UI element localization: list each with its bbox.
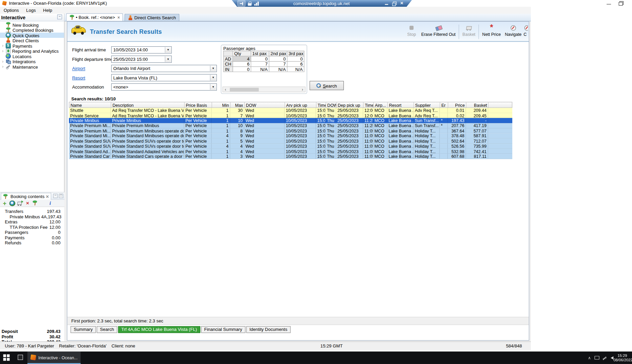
column-header-dep-pick-up[interactable]: Dep pick up (337, 102, 364, 107)
bottom-tab-trf-4a-6c-mco-lake-buena-vista-fl-[interactable]: Trf 4A,6C MCO Lake Buena Vista (FL) (118, 326, 200, 333)
table-row[interactable]: Private ServiceAd Req Transfer MCO - Lak… (69, 113, 512, 118)
booking-row[interactable]: Refunds0.00 (0, 240, 65, 245)
add-icon[interactable]: + (2, 200, 8, 206)
column-header-price-basis[interactable]: Price Basis (185, 102, 212, 107)
booking-row[interactable]: Private Minibus 4A,197.43 (0, 214, 65, 219)
signal-icon[interactable] (603, 356, 607, 360)
pax-cell[interactable]: 0 (269, 56, 288, 62)
passenger-ages-scrollbar[interactable]: ‹ › (223, 87, 306, 92)
table-row[interactable]: Private Standard CarPrivate Standard Car… (69, 154, 512, 159)
sidebar-item-direct-clients[interactable]: Direct Clients (0, 38, 64, 43)
search-button[interactable]: Search (310, 81, 344, 90)
booking-contents-tab[interactable]: Booking contents ✕ (1, 193, 51, 200)
basket-go-icon[interactable] (17, 200, 23, 206)
form-label-airport[interactable]: Airport (72, 66, 85, 71)
booking-row[interactable]: Passengers0 (0, 230, 65, 235)
pax-row-in[interactable]: IN0N/AN/AN/A (223, 67, 305, 72)
table-row[interactable]: Private Standard Mi...Private Standard M… (69, 134, 512, 139)
scroll-right-icon[interactable]: › (300, 87, 305, 92)
chevron-down-icon[interactable]: ▼ (165, 56, 171, 62)
table-row[interactable]: Private Premium Mi...Private Premium Min… (69, 123, 512, 128)
column-header-basket[interactable]: Basket▼ (466, 102, 489, 107)
network-icon[interactable] (594, 356, 599, 360)
sidebar-item-locations[interactable]: Locations (0, 53, 64, 58)
info-icon[interactable]: i (47, 200, 53, 206)
chevron-right-icon[interactable]: › (0, 44, 6, 48)
pax-cell[interactable]: 6 (233, 62, 251, 67)
toolbar-button-erase-filtered-out[interactable]: Erase Filtered Out (419, 24, 457, 38)
window-restore-icon[interactable] (619, 1, 624, 5)
form-field-flight-arrival-time[interactable]: 10/05/2023 14:00▼ (111, 46, 172, 53)
column-header-resort[interactable]: Resort (388, 102, 414, 107)
table-row[interactable]: Private Standard Ad...Private Standard A… (69, 149, 512, 154)
pax-cell[interactable]: 0 (233, 67, 251, 72)
bottom-tab-identity-documents[interactable]: Identity Documents (246, 326, 291, 333)
column-header-time[interactable]: Time (364, 102, 374, 107)
sidebar-item-quick-quotes[interactable]: Quick Quotes (0, 32, 64, 38)
booking-row[interactable]: Transfers197.43 (0, 209, 65, 214)
menu-item-options[interactable]: Options (0, 7, 23, 14)
table-row[interactable]: Private Premium Mi...Private Premium Min… (69, 128, 512, 134)
toolbar-button-navigate[interactable]: Navigate (503, 24, 523, 38)
column-header-supplier[interactable]: Supplier (414, 102, 440, 107)
sidebar-item-completed-bookings[interactable]: Completed Bookings (0, 27, 64, 32)
pax-cell[interactable]: 0 (251, 56, 269, 62)
table-row[interactable]: ShuttleAd Req Transfer MCO - Lake Buena … (69, 108, 512, 113)
form-field-airport[interactable]: Orlando Intl Airport▼ (111, 65, 217, 72)
scrollbar-thumb[interactable] (230, 88, 259, 92)
holiday-icon[interactable] (32, 200, 38, 206)
pax-row-ch[interactable]: CH6776 (223, 62, 305, 67)
bottom-tab-financial-summary[interactable]: Financial Summary (201, 326, 245, 333)
rdp-close-icon[interactable] (399, 1, 405, 6)
chevron-right-icon[interactable]: › (0, 59, 6, 64)
form-field-accommodation[interactable]: <none>▼ (111, 83, 217, 91)
menu-item-logs[interactable]: Logs (23, 7, 40, 14)
column-header-name[interactable]: Name (69, 102, 111, 107)
column-header-dow[interactable]: DOW (245, 102, 285, 107)
menu-item-help[interactable]: Help (39, 7, 55, 14)
rdp-restore-icon[interactable] (391, 1, 397, 6)
booking-row[interactable]: Payments0.00 (0, 235, 65, 240)
start-button[interactable] (3, 354, 10, 361)
table-row[interactable]: Private Standard SUVPrivate Standard SUV… (69, 139, 512, 144)
scroll-left-icon[interactable]: ‹ (223, 87, 228, 92)
pax-cell[interactable]: N/A (269, 67, 288, 72)
chevron-down-icon[interactable]: ▼ (210, 84, 216, 90)
window-minimize-icon[interactable] (607, 1, 611, 5)
sidebar-item-maintenance[interactable]: ›Maintenance (0, 64, 64, 69)
pax-cell[interactable]: 0 (287, 56, 304, 62)
form-label-resort[interactable]: Resort (72, 75, 85, 80)
delete-icon[interactable]: × (25, 200, 31, 206)
panel-minimize-icon[interactable]: − (53, 194, 58, 198)
tab--book-ref-none-[interactable]: • Book. ref.: <none>× (66, 13, 123, 21)
column-header-max[interactable]: Max (230, 102, 245, 107)
bottom-tab-summary[interactable]: Summary (70, 326, 96, 333)
form-field-resort[interactable]: Lake Buena Vista (FL)▼ (111, 74, 217, 81)
taskbar-clock[interactable]: 15:29 08/06/2022 (613, 353, 631, 362)
column-header-er[interactable]: Er (440, 102, 448, 107)
pax-cell[interactable]: 4 (233, 56, 251, 62)
form-field-flight-departure-time[interactable]: 25/05/2023 15:00▼ (111, 55, 172, 63)
chevron-down-icon[interactable]: ▼ (165, 47, 171, 53)
column-header-arv-pick-up[interactable]: Arv pick up (285, 102, 316, 107)
taskbar-app-button[interactable]: Interactive - Ocean... (27, 351, 81, 364)
chevron-right-icon[interactable]: › (0, 65, 6, 69)
sidebar-item-reporting-and-analytics[interactable]: ›Reporting and Analytics (0, 48, 64, 53)
chevron-right-icon[interactable]: › (0, 49, 6, 53)
volume-icon[interactable] (611, 356, 613, 360)
column-header-min[interactable]: Min (212, 102, 231, 107)
sidebar-item-new-booking[interactable]: New Booking (0, 22, 64, 27)
booking-row[interactable]: TTA Protection Fee12.00 (0, 225, 65, 230)
table-row[interactable]: Private MinibusPrivate MinibusPer Vehicl… (69, 118, 512, 123)
pax-cell[interactable]: N/A (251, 67, 269, 72)
column-header-dow[interactable]: DOW (326, 102, 337, 107)
pax-cell[interactable]: 6 (287, 62, 304, 67)
booking-row[interactable]: Extras12.00 (0, 219, 65, 224)
tab-direct-clients-search[interactable]: Direct Clients Search (125, 14, 179, 21)
close-icon[interactable]: × (117, 15, 120, 20)
tray-expand-icon[interactable]: ∧ (588, 356, 591, 360)
pin-icon[interactable] (238, 0, 246, 6)
sidebar-collapse-icon[interactable]: − (57, 15, 62, 19)
column-header-description[interactable]: Description (111, 102, 185, 107)
toolbar-button-nett-price[interactable]: *Nett Price (480, 24, 503, 38)
